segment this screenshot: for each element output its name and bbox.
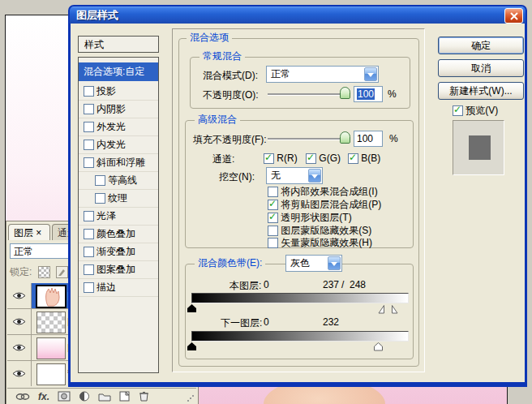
blend-if-select[interactable]: 灰色 <box>285 255 342 272</box>
fill-opacity-slider-track[interactable] <box>268 138 345 140</box>
layer-thumbnail-transparent[interactable] <box>36 312 66 333</box>
underlying-layer-gradient-bar[interactable] <box>191 331 409 342</box>
adjustment-layer-icon[interactable] <box>79 391 90 402</box>
layer-style-fx-icon[interactable]: fx. <box>38 391 49 402</box>
option-checkbox[interactable] <box>268 226 278 236</box>
link-layers-icon[interactable] <box>15 392 30 402</box>
style-checkbox[interactable] <box>84 86 94 97</box>
delete-layer-icon[interactable] <box>139 391 149 402</box>
style-checkbox[interactable] <box>95 175 105 186</box>
layer-thumbnail-gradient[interactable] <box>36 337 66 359</box>
channel-b[interactable]: B(B) <box>348 153 380 164</box>
styles-item[interactable]: 描边 <box>79 278 158 297</box>
knockout-label: 挖空(N): <box>219 170 255 184</box>
blend-mode-label: 混合模式(D): <box>203 69 258 83</box>
layer-thumbnail-background[interactable] <box>36 363 66 385</box>
style-checkbox[interactable] <box>84 211 94 221</box>
style-checkbox[interactable] <box>84 282 94 293</box>
style-checkbox[interactable] <box>84 157 94 168</box>
option-row[interactable]: 将内部效果混合成组(I) <box>268 185 378 199</box>
styles-item[interactable]: 纹理 <box>79 189 158 208</box>
style-checkbox[interactable] <box>84 229 94 239</box>
underlying-white-marker[interactable] <box>373 342 384 354</box>
preview-checkbox[interactable] <box>453 105 463 116</box>
style-checkbox[interactable] <box>84 247 94 257</box>
visibility-toggle[interactable] <box>7 335 32 360</box>
tab-layers[interactable]: 图层 × <box>8 224 50 240</box>
styles-item-blending-options[interactable]: 混合选项:自定 <box>79 62 158 81</box>
visibility-toggle[interactable] <box>7 309 32 334</box>
lock-row: 锁定: <box>10 265 68 279</box>
blend-mode-select[interactable]: 正常 <box>266 66 379 83</box>
ok-button[interactable]: 确定 <box>438 37 524 54</box>
this-layer-label: 本图层: <box>230 279 261 293</box>
new-group-icon[interactable] <box>98 392 111 402</box>
option-row[interactable]: 透明形状图层(T) <box>268 211 352 225</box>
knockout-select[interactable]: 无 <box>266 167 323 184</box>
lock-transparent-pixels-icon[interactable] <box>38 266 50 278</box>
styles-item[interactable]: 图案叠加 <box>79 260 158 279</box>
opacity-slider-thumb[interactable] <box>340 87 350 99</box>
chevron-down-icon[interactable] <box>308 169 321 183</box>
dialog-titlebar[interactable]: 图层样式 <box>70 6 526 24</box>
styles-item-label: 纹理 <box>108 189 127 207</box>
styles-item[interactable]: 内阴影 <box>79 100 158 118</box>
this-layer-white-marker-right-half[interactable] <box>391 305 398 316</box>
underlying-black-marker[interactable] <box>187 342 197 354</box>
new-style-button[interactable]: 新建样式(W)... <box>438 82 524 100</box>
visibility-toggle[interactable] <box>7 283 32 308</box>
eye-icon <box>12 343 26 352</box>
channel-g-checkbox[interactable] <box>306 153 316 164</box>
opacity-slider-track[interactable] <box>268 93 345 95</box>
visibility-toggle[interactable] <box>7 361 32 386</box>
option-checkbox[interactable] <box>268 187 278 197</box>
eye-icon <box>12 369 26 378</box>
layer-thumbnail-hand[interactable] <box>36 285 66 308</box>
close-icon <box>510 12 518 20</box>
option-row[interactable]: 矢量蒙版隐藏效果(H) <box>268 236 372 250</box>
option-checkbox[interactable] <box>268 213 278 223</box>
this-layer-white-marker-left-half[interactable] <box>378 305 385 316</box>
close-button[interactable] <box>504 8 523 24</box>
blend-if-caption: 混合颜色带(E): <box>195 258 265 269</box>
styles-item[interactable]: 渐变叠加 <box>79 243 158 261</box>
styles-header: 样式 <box>78 36 159 53</box>
this-layer-gradient-bar[interactable] <box>191 293 409 303</box>
styles-item[interactable]: 等高线 <box>79 171 158 190</box>
styles-item[interactable]: 内发光 <box>79 135 158 154</box>
chevron-down-icon[interactable] <box>364 67 377 81</box>
styles-item[interactable]: 斜面和浮雕 <box>79 153 158 172</box>
styles-item[interactable]: 颜色叠加 <box>79 225 158 243</box>
fill-opacity-input[interactable]: 100 <box>354 131 383 147</box>
channel-g[interactable]: G(G) <box>306 153 341 164</box>
fill-opacity-label: 填充不透明度(F): <box>193 133 267 147</box>
this-layer-black-marker[interactable] <box>187 304 197 316</box>
preview-toggle[interactable]: 预览(V) <box>453 104 498 118</box>
style-checkbox[interactable] <box>84 264 94 275</box>
split-separator: / <box>341 279 344 290</box>
style-checkbox[interactable] <box>84 140 94 150</box>
channel-b-checkbox[interactable] <box>348 153 358 164</box>
add-layer-mask-icon[interactable] <box>58 391 71 402</box>
underlying-black-value: 0 <box>264 316 269 328</box>
blend-if-value: 灰色 <box>290 257 310 269</box>
channel-r-checkbox[interactable] <box>264 153 274 164</box>
style-checkbox[interactable] <box>95 193 105 204</box>
opacity-input[interactable]: 100 <box>354 86 383 102</box>
new-layer-icon[interactable] <box>119 391 131 402</box>
styles-item[interactable]: 外发光 <box>79 118 158 136</box>
chevron-down-icon[interactable] <box>328 256 341 270</box>
cancel-button[interactable]: 取消 <box>438 59 524 77</box>
general-blending-caption: 常规混合 <box>200 51 245 62</box>
lock-paint-icon[interactable] <box>56 266 68 278</box>
styles-item[interactable]: 光泽 <box>79 207 158 226</box>
palette-resize-grip[interactable] <box>187 394 195 402</box>
option-checkbox[interactable] <box>268 200 278 210</box>
option-row[interactable]: 将剪贴图层混合成组(P) <box>268 198 381 212</box>
channel-r[interactable]: R(R) <box>264 153 298 164</box>
style-checkbox[interactable] <box>84 104 94 114</box>
option-checkbox[interactable] <box>268 238 278 248</box>
style-checkbox[interactable] <box>84 122 94 132</box>
styles-item[interactable]: 投影 <box>79 82 158 101</box>
fill-opacity-slider-thumb[interactable] <box>340 131 350 144</box>
